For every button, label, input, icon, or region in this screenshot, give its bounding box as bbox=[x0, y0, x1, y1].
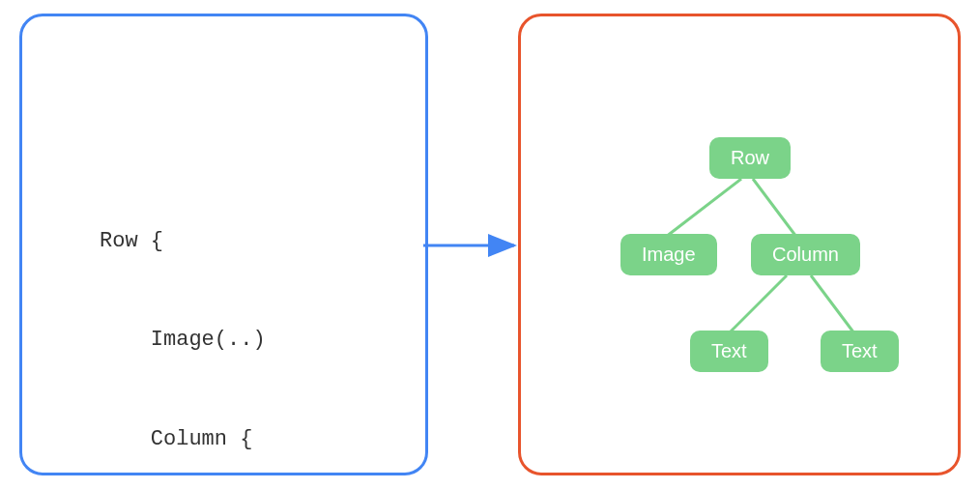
code-block: Row { Image(..) Column { Text(..) Text(.… bbox=[100, 159, 303, 489]
svg-line-4 bbox=[729, 275, 787, 333]
svg-line-5 bbox=[811, 275, 854, 333]
tree-diagram: Row Image Column Text Text bbox=[521, 16, 958, 473]
arrow-right-icon bbox=[421, 228, 528, 263]
tree-node-text: Text bbox=[821, 331, 899, 372]
code-line: Column { bbox=[100, 423, 303, 456]
code-line: Image(..) bbox=[100, 324, 303, 357]
tree-node-row: Row bbox=[709, 137, 791, 179]
tree-node-column: Column bbox=[751, 234, 860, 275]
tree-edges bbox=[521, 16, 958, 473]
tree-panel: Row Image Column Text Text bbox=[518, 14, 961, 475]
code-panel: Row { Image(..) Column { Text(..) Text(.… bbox=[19, 14, 428, 475]
svg-line-2 bbox=[666, 179, 741, 237]
tree-node-image: Image bbox=[620, 234, 717, 275]
svg-line-3 bbox=[753, 179, 796, 237]
tree-node-text: Text bbox=[690, 331, 768, 372]
code-line: Row { bbox=[100, 225, 303, 258]
